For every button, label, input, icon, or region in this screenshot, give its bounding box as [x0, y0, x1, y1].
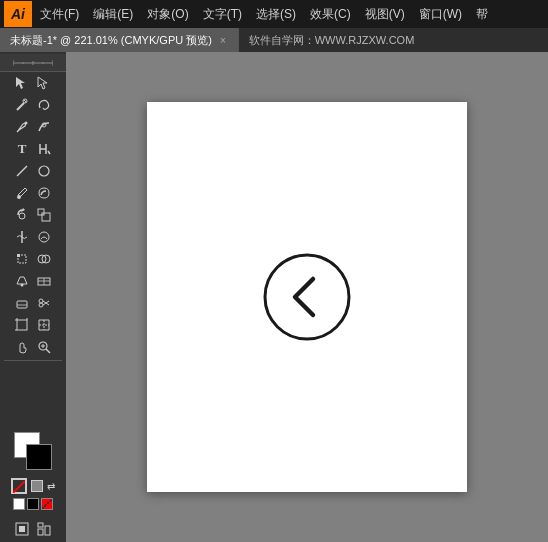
ruler-indicator [0, 54, 66, 72]
title-bar: Ai 文件(F) 编辑(E) 对象(O) 文字(T) 选择(S) 效果(C) 视… [0, 0, 548, 28]
svg-point-15 [39, 166, 49, 176]
svg-point-34 [39, 303, 43, 307]
svg-rect-31 [17, 301, 27, 308]
tab-bar: 未标题-1* @ 221.01% (CMYK/GPU 预览) × 软件自学网：W… [0, 28, 548, 52]
menu-object[interactable]: 对象(O) [141, 4, 194, 25]
scissors-tool[interactable] [33, 293, 55, 313]
svg-point-33 [39, 299, 43, 303]
secondary-tab-label: 软件自学网：WWW.RJZXW.COM [249, 33, 415, 48]
svg-rect-51 [38, 529, 43, 535]
paintbrush-tool[interactable] [11, 183, 33, 203]
paintbrush-tool-row [0, 182, 66, 204]
menu-help[interactable]: 帮 [470, 4, 494, 25]
menu-file[interactable]: 文件(F) [34, 4, 85, 25]
live-paint-bucket-tool[interactable] [11, 271, 33, 291]
blob-brush-tool[interactable] [33, 183, 55, 203]
svg-rect-20 [42, 213, 50, 221]
direct-selection-tool[interactable] [33, 73, 55, 93]
touch-type-tool[interactable] [33, 139, 55, 159]
svg-rect-19 [38, 209, 44, 215]
svg-line-8 [17, 103, 24, 110]
swap-colors-icon[interactable]: ⇄ [47, 481, 55, 492]
live-paint-selection-tool[interactable] [33, 271, 55, 291]
black-swatch [27, 498, 39, 510]
type-tool-row: T [0, 138, 66, 160]
show-hide-icon[interactable] [11, 519, 33, 539]
eraser-slice-row [0, 292, 66, 314]
svg-line-46 [46, 349, 50, 353]
line-tool-row [0, 160, 66, 182]
type-tool[interactable]: T [11, 139, 33, 159]
scale-tool[interactable] [33, 205, 55, 225]
svg-point-27 [21, 284, 24, 287]
info-icon[interactable] [33, 519, 55, 539]
menu-view[interactable]: 视图(V) [359, 4, 411, 25]
svg-rect-53 [38, 523, 43, 527]
artboard-tool[interactable] [11, 315, 33, 335]
menu-effect[interactable]: 效果(C) [304, 4, 357, 25]
selection-tool-row [0, 72, 66, 94]
width-warp-row [0, 226, 66, 248]
eraser-tool[interactable] [11, 293, 33, 313]
svg-rect-50 [19, 526, 25, 532]
menu-edit[interactable]: 编辑(E) [87, 4, 139, 25]
svg-line-14 [17, 166, 27, 176]
selection-tool[interactable] [11, 73, 33, 93]
ruler-icon [13, 59, 53, 67]
active-tab-label: 未标题-1* @ 221.01% (CMYK/GPU 预览) [10, 33, 212, 48]
magic-lasso-tool-row [0, 94, 66, 116]
extras-row [0, 518, 66, 540]
tab-close-button[interactable]: × [218, 35, 228, 46]
svg-line-13 [48, 151, 50, 154]
magic-wand-tool[interactable] [11, 95, 33, 115]
svg-marker-7 [38, 77, 47, 89]
toolbar: T [0, 52, 66, 542]
svg-rect-24 [17, 254, 20, 257]
hand-zoom-row [0, 336, 66, 358]
lasso-tool[interactable] [33, 95, 55, 115]
menu-window[interactable]: 窗口(W) [413, 4, 468, 25]
white-swatch [13, 498, 25, 510]
artboard [147, 102, 467, 492]
curvature-tool[interactable] [33, 117, 55, 137]
svg-point-18 [19, 213, 25, 219]
tool-bottom-row [13, 498, 53, 510]
svg-point-54 [265, 255, 349, 339]
none-fill-indicator[interactable] [11, 478, 27, 494]
circle-chevron-graphic [259, 249, 355, 345]
svg-point-11 [25, 122, 28, 125]
default-colors-reset[interactable] [31, 480, 43, 492]
hand-tool[interactable] [11, 337, 33, 357]
paint-trace-row [0, 270, 66, 292]
zoom-tool[interactable] [33, 337, 55, 357]
svg-point-16 [17, 195, 21, 199]
rotate-tool[interactable] [11, 205, 33, 225]
width-tool[interactable] [11, 227, 33, 247]
shape-builder-tool[interactable] [33, 249, 55, 269]
svg-marker-6 [16, 77, 25, 89]
menu-select[interactable]: 选择(S) [250, 4, 302, 25]
line-segment-tool[interactable] [11, 161, 33, 181]
toolbar-separator [4, 360, 62, 361]
stroke-color[interactable] [26, 444, 52, 470]
artboard-slice-row [0, 314, 66, 336]
transform-builder-row [0, 248, 66, 270]
active-tab[interactable]: 未标题-1* @ 221.01% (CMYK/GPU 预览) × [0, 28, 239, 52]
color-section: ⇄ [0, 428, 66, 514]
gradient-swatch [41, 498, 53, 510]
warp-tool[interactable] [33, 227, 55, 247]
ellipse-tool[interactable] [33, 161, 55, 181]
menu-text[interactable]: 文字(T) [197, 4, 248, 25]
free-transform-tool[interactable] [11, 249, 33, 269]
app-logo: Ai [4, 1, 32, 27]
color-boxes [14, 432, 52, 470]
pen-tool[interactable] [11, 117, 33, 137]
rotate-scale-row [0, 204, 66, 226]
svg-rect-37 [17, 320, 27, 330]
canvas-area[interactable] [66, 52, 548, 542]
secondary-tab: 软件自学网：WWW.RJZXW.COM [239, 28, 548, 52]
slice-tool[interactable] [33, 315, 55, 335]
menu-bar: 文件(F) 编辑(E) 对象(O) 文字(T) 选择(S) 效果(C) 视图(V… [34, 4, 544, 25]
svg-rect-52 [45, 526, 50, 535]
svg-line-9 [24, 100, 26, 102]
